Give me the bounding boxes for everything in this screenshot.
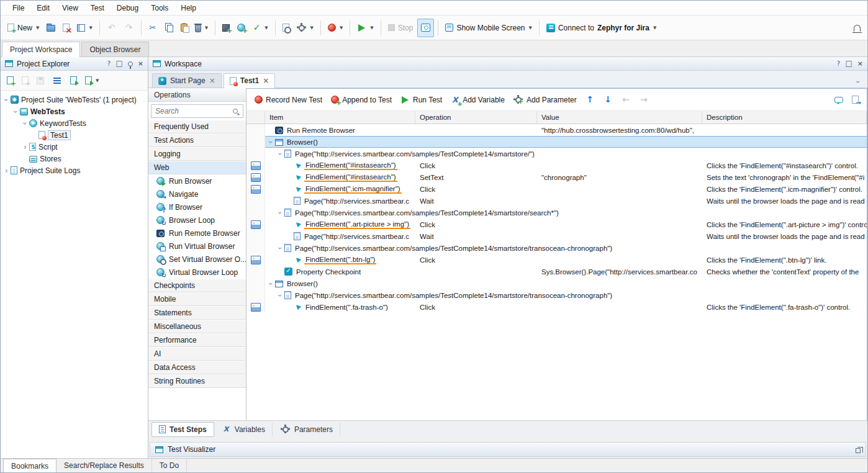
- toolbar-button[interactable]: [82, 73, 102, 89]
- help-icon[interactable]: [837, 60, 841, 67]
- tree-expander-icon[interactable]: [21, 120, 29, 127]
- editor-bottom-tab[interactable]: Test Steps: [151, 422, 214, 437]
- column-header-value[interactable]: Value: [537, 111, 702, 124]
- toolbar-button[interactable]: [417, 19, 434, 37]
- row-expander-icon[interactable]: [276, 292, 284, 299]
- toolbar-button[interactable]: [636, 91, 652, 109]
- visualizer-thumbnail-icon[interactable]: [251, 173, 261, 182]
- toolbar-button[interactable]: [831, 91, 846, 109]
- toolbar-button[interactable]: Show Mobile Screen: [442, 19, 535, 37]
- menu-item[interactable]: View: [57, 2, 84, 14]
- toolbar-button[interactable]: [350, 20, 350, 35]
- tree-expander-icon[interactable]: [21, 144, 29, 150]
- close-tab-icon[interactable]: [209, 78, 215, 84]
- visualizer-thumbnail-icon[interactable]: [251, 256, 261, 264]
- menu-item[interactable]: Edit: [31, 2, 55, 14]
- toolbar-button[interactable]: New: [4, 19, 42, 37]
- toolbar-button[interactable]: [219, 19, 233, 37]
- toolbar-button[interactable]: [539, 20, 540, 35]
- test-step-row[interactable]: Page("http://services.smartbear.com/samp…: [246, 148, 867, 160]
- test-step-row[interactable]: FindElement("#instasearch") SetText "chr…: [246, 171, 867, 183]
- menu-item[interactable]: Debug: [111, 2, 144, 14]
- toolbar-button[interactable]: [49, 73, 65, 89]
- dropdown-arrow-icon[interactable]: [529, 25, 532, 30]
- test-step-row[interactable]: Page("http://services.smartbear.com/samp…: [246, 289, 867, 301]
- toolbar-button[interactable]: [145, 19, 160, 37]
- tree-expander-icon[interactable]: [2, 168, 11, 174]
- menu-item[interactable]: Help: [175, 2, 202, 14]
- toolbar-button[interactable]: [234, 19, 248, 37]
- toolbar-button[interactable]: [275, 20, 276, 35]
- toolbar-button[interactable]: Run Test: [397, 91, 445, 109]
- toolbar-button[interactable]: [178, 19, 191, 37]
- menu-item[interactable]: Tools: [145, 2, 174, 14]
- row-expander-icon[interactable]: [276, 210, 284, 216]
- test-step-row[interactable]: Property Checkpoint Sys.Browser().Page("…: [246, 266, 867, 277]
- operations-entry[interactable]: Browser Loop: [148, 214, 246, 227]
- toolbar-button[interactable]: [60, 19, 73, 37]
- operations-entry[interactable]: Mobile: [148, 292, 246, 306]
- operations-entry[interactable]: Performance: [148, 333, 246, 347]
- operations-entry[interactable]: Miscellaneous: [148, 320, 246, 333]
- row-expander-icon[interactable]: [267, 139, 275, 145]
- toolbar-button[interactable]: [279, 19, 292, 37]
- help-icon[interactable]: [107, 60, 111, 67]
- toolbar-button[interactable]: Add Parameter: [510, 91, 580, 109]
- toolbar-button[interactable]: Record New Test: [251, 91, 325, 109]
- operations-entry[interactable]: If Browser: [148, 200, 246, 214]
- operations-entry[interactable]: String Routines: [148, 374, 246, 388]
- operations-entry[interactable]: Data Access: [148, 361, 246, 374]
- toolbar-button[interactable]: [215, 20, 215, 35]
- tree-item[interactable]: Project Suite 'WebTests' (1 project): [1, 94, 148, 106]
- toolbar-button[interactable]: [161, 19, 176, 37]
- test-step-row[interactable]: Page("http://services.smartbear.c Wait W…: [246, 195, 867, 207]
- toolbar-button[interactable]: Add Variable: [448, 91, 508, 109]
- toolbar-button[interactable]: [354, 19, 376, 37]
- editor-bottom-tab[interactable]: Variables: [215, 423, 273, 436]
- test-step-row[interactable]: Browser(): [246, 136, 867, 148]
- toolbar-button[interactable]: [438, 20, 438, 35]
- toolbar-button[interactable]: [325, 19, 346, 37]
- toolbar-button[interactable]: Append to Test: [328, 91, 395, 109]
- toolbar-button[interactable]: [34, 73, 47, 89]
- tab-list-dropdown-icon[interactable]: [857, 79, 865, 88]
- toolbar-button[interactable]: [99, 20, 100, 35]
- toolbar-button[interactable]: [618, 91, 634, 109]
- tree-item[interactable]: Project Suite Logs: [1, 164, 148, 176]
- toolbar-button[interactable]: [294, 19, 317, 37]
- test-step-row[interactable]: FindElement(".art-picture > img") Click …: [246, 218, 867, 230]
- dropdown-arrow-icon[interactable]: [340, 25, 343, 30]
- dropdown-arrow-icon[interactable]: [653, 25, 656, 30]
- operations-entry[interactable]: Test Actions: [148, 133, 246, 147]
- test-step-row[interactable]: Page("http://services.smartbear.com/samp…: [246, 207, 867, 218]
- test-step-row[interactable]: FindElement(".icm-magnifier") Click Clic…: [246, 183, 867, 195]
- menu-item[interactable]: Test: [85, 2, 110, 14]
- row-expander-icon[interactable]: [267, 281, 275, 287]
- tree-item[interactable]: Test1: [1, 129, 148, 141]
- search-input[interactable]: [155, 107, 233, 115]
- toolbar-button[interactable]: [381, 20, 381, 35]
- dropdown-arrow-icon[interactable]: [310, 25, 314, 30]
- column-header-item[interactable]: Item: [265, 111, 415, 124]
- toolbar-button[interactable]: [74, 19, 95, 37]
- operations-entry[interactable]: Navigate: [148, 187, 246, 200]
- toolbar-button[interactable]: [320, 20, 321, 35]
- toolbar-button[interactable]: Connect to Zephyr for Jira: [543, 19, 659, 37]
- notifications-button[interactable]: [851, 19, 864, 37]
- perspective-tab[interactable]: Object Browser: [81, 42, 148, 56]
- test-step-row[interactable]: Page("http://services.smartbear.com/samp…: [246, 242, 867, 254]
- tree-item[interactable]: Script: [1, 141, 148, 153]
- column-header-operation[interactable]: Operation: [415, 111, 537, 124]
- operations-entry[interactable]: Set Virtual Browser O...: [148, 253, 246, 266]
- toolbar-button[interactable]: [141, 20, 142, 35]
- menu-item[interactable]: File: [7, 2, 30, 14]
- editor-bottom-tab[interactable]: Parameters: [274, 423, 340, 436]
- close-tab-icon[interactable]: [263, 78, 269, 84]
- test-visualizer-bar[interactable]: Test Visualizer: [150, 442, 866, 457]
- operations-entry[interactable]: AI: [148, 347, 246, 361]
- toolbar-button[interactable]: [849, 91, 862, 109]
- toolbar-button[interactable]: [104, 19, 120, 37]
- visualizer-thumbnail-icon[interactable]: [251, 303, 261, 312]
- document-tab[interactable]: Test1: [224, 73, 276, 88]
- maximize-panel-icon[interactable]: [845, 60, 852, 67]
